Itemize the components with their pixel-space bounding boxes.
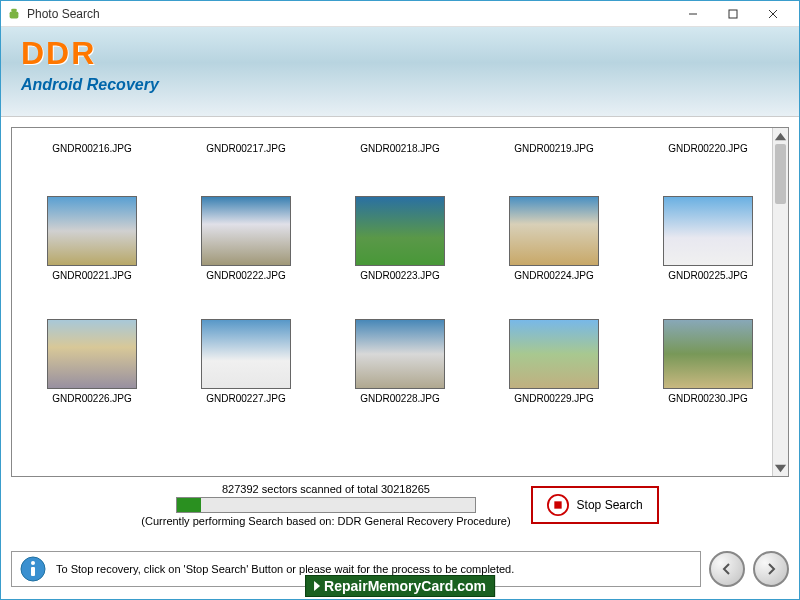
thumbnail-label: GNDR00219.JPG — [514, 143, 593, 154]
scrollbar[interactable] — [772, 128, 788, 476]
thumbnail-label: GNDR00230.JPG — [668, 393, 747, 404]
info-text: To Stop recovery, click on 'Stop Search'… — [56, 563, 514, 575]
thumbnail-label: GNDR00216.JPG — [52, 143, 131, 154]
svg-rect-0 — [10, 11, 19, 18]
thumbnail-label: GNDR00217.JPG — [206, 143, 285, 154]
info-icon — [20, 556, 46, 582]
thumbnail-item[interactable]: GNDR00222.JPG — [171, 166, 321, 281]
thumbnail-image — [201, 319, 291, 389]
thumbnail-item[interactable]: GNDR00229.JPG — [479, 289, 629, 404]
thumbnail-item[interactable]: GNDR00220.JPG — [633, 138, 783, 158]
scroll-down-arrow[interactable] — [773, 460, 788, 476]
caret-icon — [314, 581, 320, 591]
thumbnail-image — [355, 196, 445, 266]
ddr-logo: DDR — [21, 35, 779, 72]
stop-icon — [547, 494, 569, 516]
svg-rect-12 — [31, 567, 35, 576]
thumbnail-item[interactable]: GNDR00227.JPG — [171, 289, 321, 404]
thumbnail-label: GNDR00220.JPG — [668, 143, 747, 154]
thumbnail-item[interactable]: GNDR00217.JPG — [171, 138, 321, 158]
app-subtitle: Android Recovery — [21, 76, 779, 94]
thumbnail-item[interactable]: GNDR00230.JPG — [633, 289, 783, 404]
svg-rect-5 — [729, 10, 737, 18]
thumbnail-label: GNDR00223.JPG — [360, 270, 439, 281]
thumbnail-image — [201, 196, 291, 266]
window-controls — [673, 3, 793, 25]
thumbnail-image — [663, 196, 753, 266]
footer: To Stop recovery, click on 'Stop Search'… — [1, 539, 799, 599]
thumbnail-item[interactable]: GNDR00226.JPG — [17, 289, 167, 404]
thumbnail-panel: GNDR00216.JPG GNDR00217.JPG GNDR00218.JP… — [11, 127, 789, 477]
thumbnail-grid: GNDR00216.JPG GNDR00217.JPG GNDR00218.JP… — [17, 138, 783, 404]
thumbnail-label: GNDR00224.JPG — [514, 270, 593, 281]
svg-rect-3 — [11, 8, 16, 12]
progress-fill — [177, 498, 201, 512]
progress-row: 827392 sectors scanned of total 30218265… — [11, 477, 789, 529]
titlebar: Photo Search — [1, 1, 799, 27]
thumbnail-item[interactable]: GNDR00225.JPG — [633, 166, 783, 281]
thumbnail-label: GNDR00218.JPG — [360, 143, 439, 154]
thumbnail-label: GNDR00222.JPG — [206, 270, 285, 281]
thumbnail-item[interactable]: GNDR00219.JPG — [479, 138, 629, 158]
main-area: GNDR00216.JPG GNDR00217.JPG GNDR00218.JP… — [1, 117, 799, 539]
svg-point-11 — [31, 561, 35, 565]
thumbnail-label: GNDR00225.JPG — [668, 270, 747, 281]
nav-back-button[interactable] — [709, 551, 745, 587]
close-button[interactable] — [753, 3, 793, 25]
scroll-thumb[interactable] — [775, 144, 786, 204]
progress-column: 827392 sectors scanned of total 30218265… — [141, 483, 510, 527]
app-window: Photo Search DDR Android Recovery GNDR00… — [0, 0, 800, 600]
thumbnail-item[interactable]: GNDR00224.JPG — [479, 166, 629, 281]
stop-button-label: Stop Search — [577, 498, 643, 512]
progress-bar — [176, 497, 476, 513]
scroll-up-arrow[interactable] — [773, 128, 788, 144]
thumbnail-label: GNDR00227.JPG — [206, 393, 285, 404]
nav-forward-button[interactable] — [753, 551, 789, 587]
repair-banner[interactable]: RepairMemoryCard.com — [305, 575, 495, 597]
thumbnail-image — [47, 196, 137, 266]
thumbnail-item[interactable]: GNDR00228.JPG — [325, 289, 475, 404]
title-text: Photo Search — [27, 7, 673, 21]
stop-search-button[interactable]: Stop Search — [531, 486, 659, 524]
thumbnail-label: GNDR00226.JPG — [52, 393, 131, 404]
thumbnail-image — [509, 319, 599, 389]
header-banner: DDR Android Recovery — [1, 27, 799, 117]
thumbnail-label: GNDR00221.JPG — [52, 270, 131, 281]
thumbnail-label: GNDR00229.JPG — [514, 393, 593, 404]
thumbnail-image — [509, 196, 599, 266]
progress-status-text: 827392 sectors scanned of total 30218265 — [222, 483, 430, 495]
thumbnail-label: GNDR00228.JPG — [360, 393, 439, 404]
progress-subtext: (Currently performing Search based on: D… — [141, 515, 510, 527]
repair-banner-text: RepairMemoryCard.com — [324, 578, 486, 594]
thumbnail-item[interactable]: GNDR00223.JPG — [325, 166, 475, 281]
maximize-button[interactable] — [713, 3, 753, 25]
thumbnail-image — [47, 319, 137, 389]
minimize-button[interactable] — [673, 3, 713, 25]
thumbnail-item[interactable]: GNDR00216.JPG — [17, 138, 167, 158]
thumbnail-item[interactable]: GNDR00221.JPG — [17, 166, 167, 281]
svg-rect-9 — [554, 501, 561, 508]
app-icon — [7, 7, 21, 21]
thumbnail-item[interactable]: GNDR00218.JPG — [325, 138, 475, 158]
thumbnail-image — [355, 319, 445, 389]
thumbnail-image — [663, 319, 753, 389]
